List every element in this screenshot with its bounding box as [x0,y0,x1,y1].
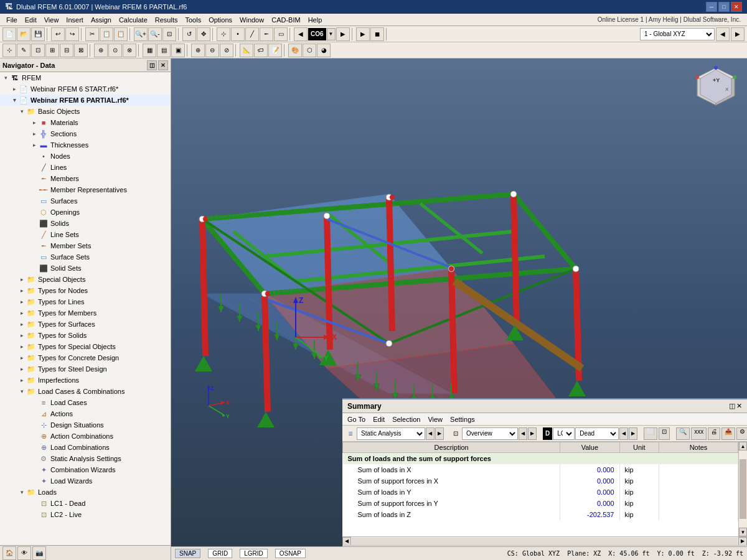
summary-copy-button[interactable]: ⬜ [644,427,657,440]
nav-home-button[interactable]: 🏠 [2,546,16,560]
select-button[interactable]: ⊹ [217,27,230,41]
tree-thicknesses[interactable]: ▸ ▬ Thicknesses [0,139,171,151]
tree-types-steel[interactable]: ▸ 📁 Types for Steel Design [0,363,171,375]
tree-basic-objects[interactable]: ▾ 📁 Basic Objects [0,106,171,117]
tb2-b12[interactable]: ▣ [171,44,185,57]
menu-window[interactable]: Window [236,15,268,25]
file2-toggle[interactable]: ▾ [10,96,19,105]
load-case-dropdown[interactable]: ▼ [327,28,336,40]
member-button[interactable]: ╾ [260,27,273,41]
summary-scroll-up[interactable]: ▲ [739,442,747,450]
tree-file1[interactable]: ▸ 📄 Webinar RFEM 6 START.rf6* [0,83,171,95]
openings-toggle[interactable] [30,208,39,217]
types-lines-toggle[interactable]: ▸ [17,297,26,306]
summary-view-next[interactable]: ▶ [528,427,537,440]
summary-export-button[interactable]: 📤 [721,427,735,440]
lc1-toggle[interactable] [30,499,39,508]
basic-objects-toggle[interactable]: ▾ [17,107,26,116]
tree-special-objects[interactable]: ▸ 📁 Special Objects [0,274,171,285]
menu-cad-bim[interactable]: CAD-BIM [268,15,304,25]
tb2-b2[interactable]: ✎ [17,44,31,57]
tree-actions[interactable]: ⊿ Actions [0,408,171,419]
view-prev[interactable]: ◀ [716,27,730,41]
snap-button[interactable]: SNAP [175,549,200,558]
tb2-b3[interactable]: ⊡ [31,44,45,57]
file1-toggle[interactable]: ▸ [10,85,19,93]
imperfections-toggle[interactable]: ▸ [17,376,26,385]
tb2-b11[interactable]: ▤ [157,44,171,57]
summary-fit-button[interactable]: ⊡ [659,427,670,440]
nav-restore-button[interactable]: ◫ [147,60,157,70]
menu-options[interactable]: Options [205,15,236,25]
line-button[interactable]: ╱ [245,27,259,41]
tree-file2[interactable]: ▾ 📄 Webinar RFEM 6 PARTIAL.rf6* [0,95,171,106]
tree-materials[interactable]: ▸ ■ Materials [0,117,171,128]
tree-loads[interactable]: ▾ 📁 Loads [0,487,171,498]
nodes-toggle[interactable] [30,152,39,161]
members-toggle[interactable] [30,174,39,183]
stop-button[interactable]: ◼ [370,27,384,41]
tree-combination-wizards[interactable]: ✦ Combination Wizards [0,464,171,475]
tb2-b13[interactable]: ⊕ [191,44,205,57]
menu-view[interactable]: View [40,15,63,25]
pan-button[interactable]: ✥ [197,27,210,41]
new-button[interactable]: 📄 [2,27,16,41]
tree-static-analysis-settings[interactable]: ⚙ Static Analysis Settings [0,453,171,464]
view-select[interactable]: 1 - Global XYZ [640,28,715,40]
surfaces-toggle[interactable] [30,197,39,205]
zoom-fit-button[interactable]: ⊡ [162,27,176,41]
tree-lc1-dead[interactable]: ⊡ LC1 - Dead [0,498,171,509]
open-button[interactable]: 📂 [17,27,31,41]
actions-toggle[interactable] [30,409,39,418]
tree-member-reps[interactable]: ╾╾ Member Representatives [0,184,171,195]
hscroll-right[interactable]: ▶ [738,537,747,546]
summary-scroll-thumb[interactable] [740,459,746,519]
menu-insert[interactable]: Insert [62,15,87,25]
tree-surfaces[interactable]: ▭ Surfaces [0,195,171,207]
special-objects-toggle[interactable]: ▸ [17,275,26,284]
maximize-button[interactable]: □ [718,2,730,12]
summary-analysis-prev[interactable]: ◀ [426,427,435,440]
types-solids-toggle[interactable]: ▸ [17,331,26,340]
viewport-3d[interactable]: Z Y X Z Y X [171,58,747,560]
minimize-button[interactable]: ─ [706,2,717,12]
tb2-b4[interactable]: ⊞ [45,44,59,57]
load-case-next[interactable]: ▶ [336,27,350,41]
summary-view-prev[interactable]: ◀ [519,427,527,440]
tree-rfem-root[interactable]: ▾ 🏗 RFEM [0,72,171,83]
tree-solid-sets[interactable]: ⬛ Solid Sets [0,263,171,274]
summary-scrollbar[interactable]: ▲ ▼ [738,442,747,536]
tree-load-cases-combinations[interactable]: ▾ 📁 Load Cases & Combinations [0,386,171,397]
tb2-wireframe[interactable]: ⬡ [303,44,316,57]
tree-solids[interactable]: ⬛ Solids [0,218,171,229]
summary-filter-button[interactable]: xxx [691,427,707,440]
tree-types-nodes[interactable]: ▸ 📁 Types for Nodes [0,285,171,296]
undo-button[interactable]: ↩ [51,27,65,41]
tree-member-sets[interactable]: ╾ Member Sets [0,240,171,251]
menu-calculate[interactable]: Calculate [115,15,151,25]
types-special-toggle[interactable]: ▸ [17,342,26,351]
summary-analysis-select[interactable]: Static Analysis [357,427,425,440]
summary-analysis-next[interactable]: ▶ [435,427,444,440]
load-cases-comb-toggle[interactable]: ▾ [17,387,26,396]
tree-types-members[interactable]: ▸ 📁 Types for Members [0,307,171,319]
cw-toggle[interactable] [30,465,39,474]
menu-edit[interactable]: Edit [21,15,40,25]
view-next[interactable]: ▶ [731,27,745,41]
surface-sets-toggle[interactable] [30,253,39,261]
tree-surface-sets[interactable]: ▭ Surface Sets [0,251,171,263]
summary-menu-selection[interactable]: Selection [392,416,420,423]
ac-toggle[interactable] [30,432,39,441]
summary-lc-num-select[interactable]: LC1 [553,427,575,440]
member-reps-toggle[interactable] [30,185,39,194]
materials-toggle[interactable]: ▸ [30,118,39,127]
tb2-annotate[interactable]: 📝 [268,44,282,57]
lines-toggle[interactable] [30,163,39,172]
tree-members[interactable]: ╾ Members [0,173,171,184]
tb2-b8[interactable]: ⊙ [108,44,122,57]
lc-comb-toggle[interactable] [30,443,39,452]
tree-line-sets[interactable]: ╱ Line Sets [0,229,171,240]
tree-load-wizards[interactable]: ✦ Load Wizards [0,475,171,487]
nav-eye-button[interactable]: 👁 [17,546,31,560]
summary-search-button[interactable]: 🔍 [676,427,690,440]
